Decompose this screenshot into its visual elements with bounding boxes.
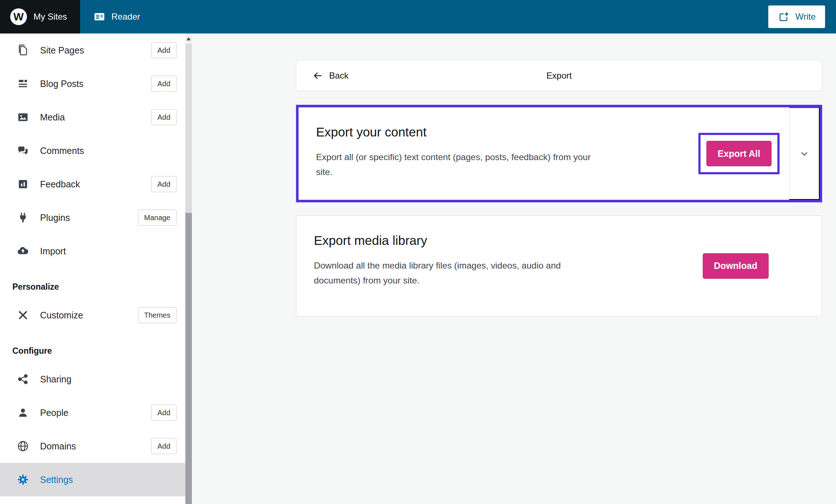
blog-posts-icon (17, 78, 29, 90)
sidebar-item-label: Customize (40, 310, 83, 321)
export-media-title: Export media library (314, 233, 695, 248)
reader-label: Reader (111, 12, 140, 22)
back-button[interactable]: Back (312, 70, 348, 81)
sidebar-item-blog-posts[interactable]: Blog Posts Add (0, 67, 185, 100)
chevron-down-icon (799, 148, 810, 159)
export-media-action: Download (703, 216, 822, 316)
sidebar-item-plugins[interactable]: Plugins Manage (0, 201, 185, 234)
sidebar-section-configure: Configure (0, 332, 185, 362)
scroll-up-button[interactable] (185, 33, 192, 44)
people-icon (17, 406, 29, 419)
write-label: Write (795, 12, 816, 22)
sidebar-item-label: Media (40, 112, 65, 123)
add-media-button[interactable]: Add (151, 109, 177, 125)
add-post-button[interactable]: Add (151, 76, 177, 92)
page-header: Back Export (296, 60, 822, 91)
expand-export-options-button[interactable] (789, 107, 820, 200)
sidebar-item-site-pages[interactable]: Site Pages Add (0, 33, 185, 67)
export-content-card: Export your content Export all (or speci… (296, 105, 822, 202)
sidebar-scrollbar[interactable] (185, 33, 192, 504)
scrollbar-thumb[interactable] (185, 213, 192, 504)
sidebar-item-label: Domains (40, 441, 76, 452)
sidebar-item-domains[interactable]: Domains Add (0, 429, 185, 463)
reader-nav[interactable]: Reader (80, 0, 153, 33)
export-content-description: Export all (or specific) text content (p… (316, 150, 691, 179)
sidebar: Site Pages Add Blog Posts Add Media Add … (0, 33, 192, 504)
export-content-action: Export All (698, 107, 789, 200)
comments-icon (17, 144, 29, 157)
download-button[interactable]: Download (703, 253, 769, 279)
export-content-title: Export your content (316, 125, 691, 139)
customize-icon (17, 309, 29, 321)
sidebar-item-label: Comments (40, 146, 84, 156)
scroll-up-arrow-icon (186, 37, 191, 40)
export-media-description: Download all the media library files (im… (314, 258, 695, 288)
sidebar-item-feedback[interactable]: Feedback Add (0, 167, 185, 201)
export-all-button[interactable]: Export All (706, 141, 772, 166)
sidebar-item-sharing[interactable]: Sharing (0, 362, 185, 396)
sidebar-item-label: Sharing (40, 374, 71, 385)
sidebar-item-label: People (40, 408, 68, 418)
reader-icon (93, 11, 106, 23)
add-people-button[interactable]: Add (151, 405, 177, 421)
wordpress-logo-icon: W (10, 8, 27, 25)
back-label: Back (329, 71, 348, 81)
sharing-icon (17, 373, 29, 385)
themes-button[interactable]: Themes (138, 307, 177, 323)
annotation-box: Export All (698, 133, 780, 174)
write-icon (778, 11, 790, 23)
settings-gear-icon (17, 473, 29, 486)
sidebar-item-label: Blog Posts (40, 79, 84, 89)
app-layout: Site Pages Add Blog Posts Add Media Add … (0, 33, 836, 504)
plugins-icon (17, 211, 29, 224)
site-pages-icon (17, 44, 29, 56)
add-pages-button[interactable]: Add (151, 42, 177, 58)
domains-icon (17, 440, 29, 452)
masthead: W My Sites Reader Write (0, 0, 836, 33)
export-media-card: Export media library Download all the me… (296, 215, 822, 316)
export-content-body: Export your content Export all (or speci… (299, 107, 698, 200)
sidebar-item-label: Site Pages (40, 45, 84, 56)
write-button[interactable]: Write (768, 5, 825, 28)
sidebar-section-personalize: Personalize (0, 268, 185, 298)
page-title: Export (296, 71, 822, 81)
export-media-body: Export media library Download all the me… (296, 216, 703, 316)
sidebar-item-settings[interactable]: Settings (0, 463, 185, 496)
sidebar-item-customize[interactable]: Customize Themes (0, 298, 185, 332)
add-domain-button[interactable]: Add (151, 438, 177, 454)
sidebar-item-label: Plugins (40, 213, 70, 223)
sidebar-item-media[interactable]: Media Add (0, 100, 185, 134)
my-sites-nav[interactable]: W My Sites (0, 0, 80, 33)
back-arrow-icon (312, 70, 323, 81)
my-sites-label: My Sites (33, 12, 67, 22)
main-content: Back Export Export your content Export a… (192, 33, 836, 504)
sidebar-item-people[interactable]: People Add (0, 396, 185, 429)
media-icon (17, 111, 29, 123)
add-feedback-button[interactable]: Add (151, 176, 177, 192)
feedback-icon (17, 178, 29, 190)
sidebar-item-comments[interactable]: Comments (0, 134, 185, 167)
manage-plugins-button[interactable]: Manage (138, 210, 177, 226)
sidebar-item-label: Settings (40, 475, 73, 485)
sidebar-item-label: Import (40, 246, 66, 257)
import-icon (17, 245, 29, 257)
sidebar-item-label: Feedback (40, 179, 80, 190)
sidebar-item-import[interactable]: Import (0, 234, 185, 268)
